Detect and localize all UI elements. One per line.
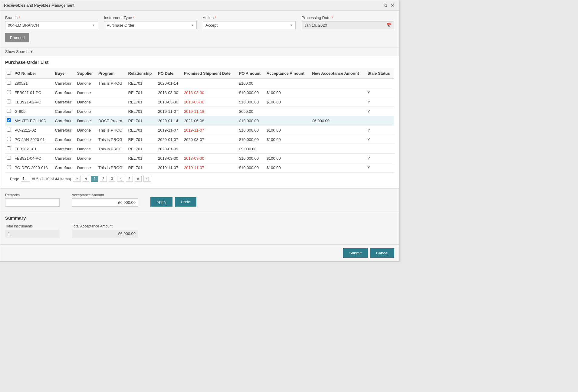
branch-arrow-icon: ▼ — [92, 24, 95, 27]
row-checkbox-cell[interactable] — [5, 126, 13, 135]
remarks-label: Remarks — [5, 193, 60, 197]
row-checkbox-cell[interactable] — [5, 116, 13, 126]
cell-program — [97, 107, 126, 116]
total-instruments-label: Total Instruments — [5, 224, 60, 228]
table-row[interactable]: FEB921-02-PO Carrefour Danone REL701 201… — [5, 97, 394, 107]
table-row[interactable]: FEB2021-01 Carrefour Danone This is PROG… — [5, 144, 394, 154]
form-row-1: Branch * 004-LM BRANCH ▼ Instrument Type… — [5, 15, 394, 29]
close-button[interactable]: ✕ — [389, 3, 396, 8]
cell-promised-date — [182, 144, 237, 154]
cancel-button[interactable]: Cancel — [370, 248, 394, 258]
cell-supplier: Danone — [75, 126, 97, 135]
action-arrow-icon: ▼ — [290, 24, 293, 27]
row-checkbox-cell[interactable] — [5, 88, 13, 97]
first-page-button[interactable]: |« — [73, 176, 81, 182]
row-checkbox[interactable] — [7, 109, 11, 113]
acceptance-amount-group: Acceptance Amount — [72, 193, 138, 207]
processing-date-input[interactable]: Jan 16, 2020 📅 — [302, 21, 395, 29]
branch-select[interactable]: 004-LM BRANCH ▼ — [5, 21, 98, 29]
cell-new-acceptance-amount — [310, 97, 366, 107]
page-3-button[interactable]: 3 — [109, 176, 116, 182]
cell-program: This is PROG — [97, 78, 126, 88]
next-page-button[interactable]: » — [135, 176, 142, 182]
cell-acceptance-amount: $100.00 — [265, 135, 310, 144]
row-checkbox-cell[interactable] — [5, 163, 13, 172]
cell-stale-status: Y — [366, 97, 394, 107]
of-label: of 5 — [32, 177, 38, 181]
row-checkbox[interactable] — [7, 137, 11, 141]
table-row[interactable]: PO-JAN-2020-01 Carrefour Danone This is … — [5, 135, 394, 144]
row-checkbox[interactable] — [7, 156, 11, 160]
remarks-input[interactable] — [5, 198, 60, 207]
cell-relationship: REL701 — [126, 135, 156, 144]
cell-stale-status: Y — [366, 135, 394, 144]
select-all-header[interactable] — [5, 68, 13, 78]
col-buyer: Buyer — [53, 68, 75, 78]
table-row[interactable]: FEB921-01-PO Carrefour Danone REL701 201… — [5, 88, 394, 97]
cell-supplier: Danone — [75, 107, 97, 116]
row-checkbox[interactable] — [7, 165, 11, 169]
row-checkbox[interactable] — [7, 81, 11, 85]
total-instruments-value: 1 — [5, 230, 60, 238]
page-4-button[interactable]: 4 — [117, 176, 124, 182]
table-row[interactable]: MAUTO-PO-1103 Carrefour Danone BOSE Prog… — [5, 116, 394, 126]
page-1-button[interactable]: 1 — [91, 176, 98, 182]
acceptance-amount-label: Acceptance Amount — [72, 193, 138, 197]
col-supplier: Supplier — [75, 68, 97, 78]
table-row[interactable]: FEB921-04-PO Carrefour Danone REL701 201… — [5, 154, 394, 163]
instrument-type-select[interactable]: Purchase Order ▼ — [104, 21, 197, 29]
cell-acceptance-amount: $100.00 — [265, 97, 310, 107]
restore-button[interactable]: ⧉ — [383, 3, 388, 8]
apply-button[interactable]: Apply — [150, 197, 172, 207]
cell-acceptance-amount: $100.00 — [265, 126, 310, 135]
cell-program: BOSE Progra — [97, 116, 126, 126]
cell-relationship: REL701 — [126, 88, 156, 97]
undo-button[interactable]: Undo — [175, 197, 196, 207]
table-row[interactable]: PO-2212-02 Carrefour Danone This is PROG… — [5, 126, 394, 135]
cell-po-amount: £10,900.00 — [237, 116, 265, 126]
cell-po-amount: $10,000.00 — [237, 135, 265, 144]
page-5-button[interactable]: 5 — [126, 176, 133, 182]
page-2-button[interactable]: 2 — [100, 176, 107, 182]
cell-po-amount: £9,000.00 — [237, 144, 265, 154]
row-checkbox[interactable] — [7, 128, 11, 132]
prev-page-button[interactable]: « — [83, 176, 90, 182]
col-new-acceptance-amount: New Acceptance Amount — [310, 68, 366, 78]
row-checkbox[interactable] — [7, 118, 11, 122]
last-page-button[interactable]: »| — [143, 176, 151, 182]
row-checkbox[interactable] — [7, 90, 11, 94]
cell-promised-date: 2019-11-07 — [182, 163, 237, 172]
submit-button[interactable]: Submit — [343, 248, 367, 258]
instrument-type-group: Instrument Type * Purchase Order ▼ — [104, 15, 197, 29]
show-search-toggle[interactable]: Show Search ▼ — [0, 47, 399, 56]
cell-buyer: Carrefour — [53, 97, 75, 107]
action-select[interactable]: Accept ▼ — [203, 21, 296, 29]
row-checkbox-cell[interactable] — [5, 135, 13, 144]
cell-po-amount: $10,000.00 — [237, 126, 265, 135]
select-all-checkbox[interactable] — [7, 71, 11, 75]
page-input[interactable] — [21, 176, 30, 182]
footer-buttons: Submit Cancel — [0, 244, 399, 261]
cell-buyer: Carrefour — [53, 144, 75, 154]
col-program: Program — [97, 68, 126, 78]
row-checkbox-cell[interactable] — [5, 154, 13, 163]
row-checkbox-cell[interactable] — [5, 107, 13, 116]
row-checkbox[interactable] — [7, 100, 11, 103]
cell-acceptance-amount — [265, 107, 310, 116]
cell-po-number: PO-JAN-2020-01 — [13, 135, 53, 144]
cell-buyer: Carrefour — [53, 88, 75, 97]
table-row[interactable]: 280521 Carrefour Danone This is PROG REL… — [5, 78, 394, 88]
table-row[interactable]: G-905 Carrefour Danone REL701 2019-11-07… — [5, 107, 394, 116]
page-label: Page — [10, 177, 19, 181]
row-checkbox-cell[interactable] — [5, 97, 13, 107]
proceed-button[interactable]: Proceed — [5, 33, 29, 42]
list-section: Purchase Order List PO Number Buyer Supp… — [0, 56, 399, 188]
cell-stale-status — [366, 116, 394, 126]
row-checkbox-cell[interactable] — [5, 78, 13, 88]
row-checkbox-cell[interactable] — [5, 144, 13, 154]
table-row[interactable]: PO-DEC-2020-013 Carrefour Danone This is… — [5, 163, 394, 172]
cell-supplier: Danone — [75, 97, 97, 107]
acceptance-amount-input[interactable] — [72, 198, 138, 207]
row-checkbox[interactable] — [7, 146, 11, 150]
cell-stale-status — [366, 78, 394, 88]
